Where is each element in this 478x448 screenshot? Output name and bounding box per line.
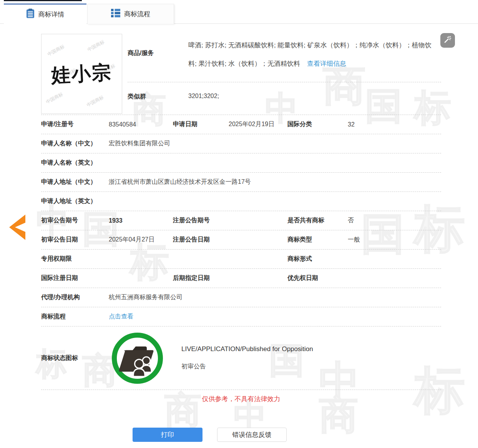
table-row: 初审公告期号 1933 注册公告期号 是否共有商标 否 bbox=[41, 211, 441, 230]
print-button[interactable]: 打印 bbox=[133, 428, 202, 442]
tab-bar: 商标详情 商标流程 bbox=[0, 0, 478, 24]
applicant-cn-label: 申请人名称（中文） bbox=[41, 140, 109, 148]
table-row: 申请人名称（英文） bbox=[41, 153, 441, 173]
goods-services-label: 商品/服务 bbox=[128, 49, 154, 57]
mark-type-label: 商标类型 bbox=[287, 236, 348, 244]
status-text: LIVE/APPLICATION/Published for Oppositio… bbox=[181, 345, 313, 371]
later-designation-date-label: 后期指定日期 bbox=[173, 274, 229, 282]
table-row: 申请人名称（中文） 宏胜饮料集团有限公司 bbox=[41, 134, 441, 153]
image-watermark: 中国商标 bbox=[86, 94, 105, 109]
tab-trademark-detail[interactable]: 商标详情 bbox=[4, 3, 86, 24]
image-watermark: 中国商标 bbox=[86, 39, 106, 53]
intl-class-label: 国际分类 bbox=[287, 120, 348, 128]
list-icon bbox=[111, 8, 120, 20]
status-label: 商标状态图标 bbox=[41, 354, 110, 362]
table-row: 申请/注册号 83540584 申请日期 2025年02月19日 国际分类 32 bbox=[41, 115, 441, 134]
table-row: 国际注册日期 后期指定日期 优先权日期 bbox=[41, 269, 441, 288]
table-row: 申请人地址（中文） 浙江省杭州市萧山区萧山经济技术开发区金一路17号 bbox=[41, 173, 441, 192]
table-row: 代理/办理机构 杭州五洲商标服务有限公司 bbox=[41, 288, 441, 307]
intl-reg-date-label: 国际注册日期 bbox=[41, 274, 109, 282]
intl-class-value: 32 bbox=[348, 121, 441, 128]
image-watermark: 中国商标 bbox=[46, 43, 66, 58]
applicant-en-label: 申请人名称（英文） bbox=[41, 159, 109, 167]
clipboard-icon bbox=[26, 8, 35, 20]
mark-type-value: 一般 bbox=[348, 236, 441, 244]
app-number-value: 83540584 bbox=[109, 121, 173, 128]
addr-cn-label: 申请人地址（中文） bbox=[41, 178, 109, 186]
magic-wand-icon bbox=[443, 35, 452, 46]
process-label: 商标流程 bbox=[41, 313, 109, 321]
similar-group-label: 类似群 bbox=[128, 93, 146, 101]
app-number-label: 申请/注册号 bbox=[41, 120, 109, 128]
addr-cn-value: 浙江省杭州市萧山区萧山经济技术开发区金一路17号 bbox=[109, 178, 441, 186]
reg-gazette-no-label: 注册公告期号 bbox=[173, 217, 229, 225]
trademark-detail-page: 商 国 标 中 商 标 国 中 标 国 商 标 国 中 商 标 商 中 bbox=[0, 0, 478, 448]
table-row: 商标流程 点击查看 bbox=[41, 307, 441, 326]
agency-value: 杭州五洲商标服务有限公司 bbox=[109, 293, 441, 301]
priority-date-label: 优先权日期 bbox=[287, 274, 348, 282]
tab-label: 商标流程 bbox=[124, 10, 150, 18]
addr-en-label: 申请人地址（英文） bbox=[41, 197, 109, 205]
magic-wand-button[interactable] bbox=[440, 33, 455, 48]
similar-group-row: 类似群 3201;3202; bbox=[128, 82, 441, 115]
initial-gazette-date-label: 初审公告日期 bbox=[41, 236, 109, 244]
mark-form-label: 商标形式 bbox=[287, 255, 348, 263]
status-line-english: LIVE/APPLICATION/Published for Oppositio… bbox=[181, 345, 313, 353]
applicant-cn-value: 宏胜饮料集团有限公司 bbox=[109, 140, 441, 148]
shared-mark-label: 是否共有商标 bbox=[287, 217, 348, 225]
image-watermark: 中国商标 bbox=[45, 91, 64, 106]
app-date-value: 2025年02月19日 bbox=[229, 120, 287, 128]
trademark-image: 中国商标 中国商标 中国商标 中国商标 中国商标 中国商标 娃小宗 bbox=[41, 34, 122, 114]
status-folder-icon bbox=[110, 330, 165, 386]
shared-mark-value: 否 bbox=[348, 217, 441, 225]
tab-trademark-process[interactable]: 商标流程 bbox=[87, 4, 174, 24]
collapse-left-arrow[interactable] bbox=[9, 215, 25, 240]
goods-services-row: 商品/服务 啤酒; 苏打水; 无酒精碳酸饮料; 能量饮料; 矿泉水（饮料）；纯净… bbox=[128, 34, 441, 82]
view-details-link[interactable]: 查看详细信息 bbox=[307, 60, 346, 67]
tab-label: 商标详情 bbox=[38, 10, 65, 19]
table-row: 申请人地址（英文） bbox=[41, 192, 441, 211]
exclusive-period-label: 专用权期限 bbox=[41, 255, 109, 263]
agency-label: 代理/办理机构 bbox=[41, 293, 109, 301]
detail-fields: 申请/注册号 83540584 申请日期 2025年02月19日 国际分类 32… bbox=[41, 115, 441, 390]
reg-gazette-date-label: 注册公告日期 bbox=[173, 236, 229, 244]
initial-gazette-no-value: 1933 bbox=[109, 217, 173, 224]
initial-gazette-date-value: 2025年04月27日 bbox=[109, 236, 173, 244]
tab-top-strip bbox=[4, 0, 82, 1]
error-feedback-button[interactable]: 错误信息反馈 bbox=[217, 428, 287, 442]
goods-services-value: 啤酒; 苏打水; 无酒精碳酸饮料; 能量饮料; 矿泉水（饮料）；纯净水（饮料）；… bbox=[188, 36, 437, 73]
status-line-chinese: 初审公告 bbox=[181, 363, 313, 371]
similar-group-value: 3201;3202; bbox=[188, 93, 219, 100]
legal-disclaimer: 仅供参考，不具有法律效力 bbox=[41, 395, 441, 403]
table-row: 专用权期限 商标形式 bbox=[41, 250, 441, 269]
app-date-label: 申请日期 bbox=[173, 120, 229, 128]
table-row: 初审公告日期 2025年04月27日 注册公告日期 商标类型 一般 bbox=[41, 230, 441, 250]
trademark-status-row: 商标状态图标 LIVE/APPLICATION/Published for Op… bbox=[41, 326, 441, 390]
trademark-name: 娃小宗 bbox=[41, 59, 122, 89]
process-view-link[interactable]: 点击查看 bbox=[109, 313, 441, 321]
initial-gazette-no-label: 初审公告期号 bbox=[41, 217, 109, 225]
action-buttons: 打印 错误信息反馈 bbox=[133, 428, 287, 442]
trademark-summary-section: 中国商标 中国商标 中国商标 中国商标 中国商标 中国商标 娃小宗 商品/服务 … bbox=[41, 34, 441, 115]
